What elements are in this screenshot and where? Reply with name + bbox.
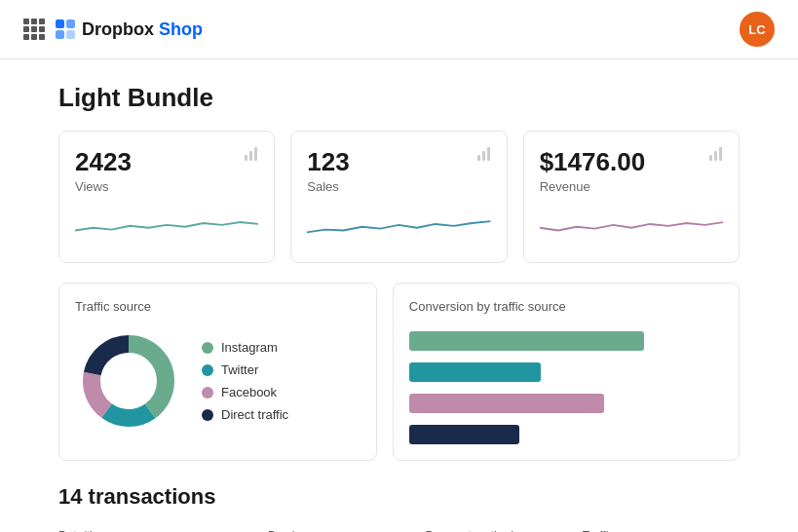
sales-value: 123 <box>307 147 490 177</box>
bar-row-direct <box>409 425 723 444</box>
chart-icon-views <box>243 145 260 163</box>
revenue-label: Revenue <box>540 179 723 194</box>
views-label: Views <box>75 179 258 194</box>
legend-twitter: Twitter <box>202 362 288 377</box>
legend-instagram: Instagram <box>202 340 288 355</box>
bar-row-facebook <box>409 394 723 413</box>
traffic-source-title: Traffic source <box>75 299 361 314</box>
stat-card-revenue: $1476.00 Revenue <box>523 131 740 263</box>
conversion-title: Conversion by traffic source <box>409 299 723 314</box>
user-avatar[interactable]: LC <box>740 12 775 47</box>
svg-rect-6 <box>254 147 257 161</box>
svg-rect-8 <box>482 151 485 161</box>
app-logo: Dropbox Shop <box>55 19 203 40</box>
svg-rect-12 <box>719 147 722 161</box>
bar-row-instagram <box>409 331 723 351</box>
main-content: Light Bundle 2423 Views 123 Sales <box>0 59 798 532</box>
sales-label: Sales <box>307 179 490 194</box>
conversion-bar-chart <box>409 327 723 444</box>
svg-rect-2 <box>56 30 64 39</box>
donut-section: Instagram Twitter Facebook Direct traffi… <box>75 327 361 435</box>
sales-sparkline <box>307 204 490 243</box>
revenue-value: $1476.00 <box>540 147 723 177</box>
app-header: Dropbox Shop LC <box>0 0 798 59</box>
svg-rect-7 <box>477 155 480 161</box>
svg-rect-11 <box>714 151 717 161</box>
svg-rect-3 <box>66 30 75 39</box>
revenue-sparkline <box>540 204 723 243</box>
table-header: Date/time Purchaser Payment method Traff… <box>58 523 740 532</box>
chart-icon-revenue <box>707 145 725 163</box>
stat-cards: 2423 Views 123 Sales $1476.00 Revenue <box>58 131 740 263</box>
dropbox-logo-icon <box>55 19 76 40</box>
transactions-title: 14 transactions <box>58 484 740 510</box>
donut-chart <box>75 327 182 435</box>
svg-rect-0 <box>56 19 64 28</box>
header-left: Dropbox Shop <box>23 19 203 40</box>
svg-rect-10 <box>709 155 712 161</box>
traffic-legend: Instagram Twitter Facebook Direct traffi… <box>202 340 288 422</box>
views-value: 2423 <box>75 147 258 177</box>
legend-direct: Direct traffic <box>202 407 288 422</box>
conversion-panel: Conversion by traffic source <box>393 283 740 461</box>
stat-card-views: 2423 Views <box>58 131 275 263</box>
chart-icon-sales <box>475 145 493 163</box>
stat-card-sales: 123 Sales <box>290 131 507 263</box>
grid-icon[interactable] <box>23 19 45 40</box>
transactions-section: 14 transactions Date/time Purchaser Paym… <box>58 484 740 532</box>
app-name: Dropbox Shop <box>82 19 203 40</box>
views-sparkline <box>75 204 258 243</box>
page-title: Light Bundle <box>58 83 740 113</box>
svg-point-17 <box>102 355 155 407</box>
svg-rect-1 <box>66 19 75 28</box>
bar-row-twitter <box>409 362 723 382</box>
panels: Traffic source <box>58 283 740 461</box>
svg-rect-4 <box>245 155 247 161</box>
traffic-source-panel: Traffic source <box>58 283 377 461</box>
svg-rect-9 <box>487 147 490 161</box>
svg-rect-5 <box>249 151 252 161</box>
legend-facebook: Facebook <box>202 385 288 399</box>
